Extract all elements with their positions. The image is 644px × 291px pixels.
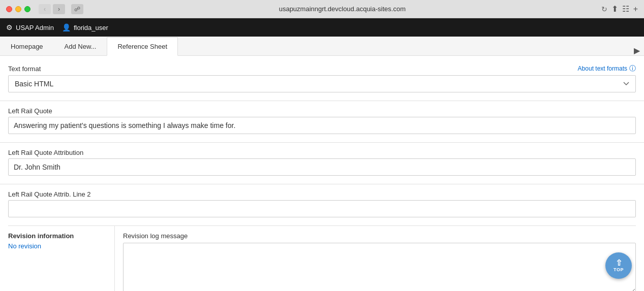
grid-button[interactable]: ☷ (622, 4, 629, 14)
tab-homepage[interactable]: Homepage (0, 37, 54, 55)
reader-button[interactable]: ☍ (71, 4, 83, 14)
left-rail-quote-attrib-line2-label: Left Rail Quote Attrib. Line 2 (8, 190, 636, 198)
divider-1 (0, 101, 644, 101)
gear-icon: ⚙ (6, 23, 13, 31)
info-icon: ⓘ (629, 64, 636, 73)
revision-title: Revision information (8, 232, 108, 240)
left-rail-quote-attribution-input[interactable] (8, 158, 636, 176)
titlebar-actions: ⬆ ☷ + (611, 4, 638, 14)
tab-bar-right: ▶ (634, 46, 644, 55)
text-format-section: Text format About text formats ⓘ Basic H… (8, 64, 636, 92)
left-rail-quote-input[interactable] (8, 117, 636, 134)
share-button[interactable]: ⬆ (611, 4, 618, 14)
left-rail-quote-attribution-label: Left Rail Quote Attribution (8, 149, 636, 156)
back-button[interactable]: ‹ (39, 4, 51, 14)
left-rail-quote-attribution-section: Left Rail Quote Attribution (8, 149, 636, 176)
username-label: florida_user (74, 24, 108, 31)
url-bar[interactable]: usapuzmainngrt.devcloud.acquia-sites.com (87, 5, 597, 13)
top-arrow-icon: ⇧ (616, 259, 622, 267)
admin-nav: ⚙ USAP Admin 👤 florida_user (0, 18, 644, 37)
window-controls (6, 6, 30, 12)
user-menu[interactable]: 👤 florida_user (62, 23, 108, 31)
tab-reference-sheet[interactable]: Reference Sheet (107, 37, 178, 56)
top-label: TOP (614, 267, 624, 272)
text-format-select[interactable]: Basic HTML Full HTML Plain text Restrict… (8, 75, 636, 92)
top-button[interactable]: ⇧ TOP (605, 252, 632, 279)
admin-brand[interactable]: ⚙ USAP Admin (6, 23, 54, 31)
forward-button[interactable]: › (53, 4, 65, 14)
revision-log-label: Revision log message (123, 232, 636, 240)
about-link-text: About text formats (578, 65, 627, 72)
revision-section: Revision information No revision Revisio… (8, 225, 636, 291)
text-format-label-row: Text format About text formats ⓘ (8, 64, 636, 73)
tab-reference-sheet-label: Reference Sheet (117, 43, 167, 50)
collapse-button[interactable]: ▶ (634, 46, 640, 55)
text-format-label: Text format (8, 65, 41, 73)
tab-bar: Homepage Add New... Reference Sheet ▶ (0, 37, 644, 56)
left-rail-quote-label: Left Rail Quote (8, 107, 636, 115)
user-icon: 👤 (62, 23, 71, 31)
left-rail-quote-attrib-line2-input[interactable] (8, 200, 636, 217)
divider-3 (0, 184, 644, 184)
admin-brand-label: USAP Admin (16, 24, 54, 31)
no-revision-link[interactable]: No revision (8, 242, 41, 250)
main-content: Text format About text formats ⓘ Basic H… (0, 56, 644, 291)
close-dot[interactable] (6, 6, 12, 12)
left-rail-quote-attrib-line2-section: Left Rail Quote Attrib. Line 2 (8, 190, 636, 217)
tab-add-new[interactable]: Add New... (54, 37, 107, 55)
revision-right: Revision log message (115, 226, 636, 291)
new-tab-button[interactable]: + (633, 5, 638, 14)
about-text-formats-link[interactable]: About text formats ⓘ (578, 64, 636, 73)
maximize-dot[interactable] (24, 6, 30, 12)
titlebar: ‹ › ☍ usapuzmainngrt.devcloud.acquia-sit… (0, 0, 644, 18)
divider-2 (0, 142, 644, 143)
revision-left: Revision information No revision (8, 226, 115, 291)
tab-add-new-label: Add New... (65, 43, 97, 50)
url-text: usapuzmainngrt.devcloud.acquia-sites.com (279, 5, 406, 13)
revision-log-textarea[interactable] (123, 243, 636, 291)
reload-icon[interactable]: ↻ (601, 5, 607, 13)
browser-nav: ‹ › (39, 4, 65, 14)
left-rail-quote-section: Left Rail Quote (8, 107, 636, 134)
minimize-dot[interactable] (15, 6, 21, 12)
tab-homepage-label: Homepage (11, 43, 43, 50)
